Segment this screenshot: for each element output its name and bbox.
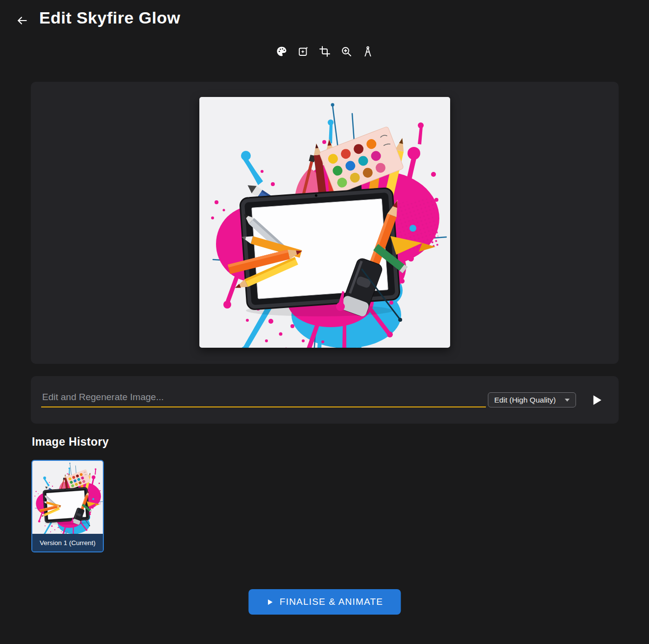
- palette-icon[interactable]: [276, 46, 288, 57]
- back-button[interactable]: [15, 13, 29, 28]
- arrow-left-icon: [16, 14, 28, 27]
- quality-mode-value: Edit (High Quality): [494, 396, 556, 405]
- quality-mode-select[interactable]: Edit (High Quality): [488, 392, 576, 407]
- prompt-panel: Edit (High Quality): [31, 376, 619, 424]
- play-icon: [590, 394, 603, 406]
- finalise-animate-button[interactable]: FINALISE & ANIMATE: [248, 589, 401, 615]
- image-enhance-icon[interactable]: [297, 46, 309, 57]
- zoom-in-icon[interactable]: [340, 46, 352, 57]
- edit-toolbar: [0, 46, 649, 57]
- run-edit-button[interactable]: [589, 393, 604, 407]
- chevron-down-icon: [565, 399, 570, 402]
- history-item-version-1[interactable]: Version 1 (Current): [31, 460, 104, 552]
- history-item-label: Version 1 (Current): [32, 534, 103, 551]
- finalise-animate-label: FINALISE & ANIMATE: [280, 596, 383, 607]
- image-history-title: Image History: [32, 435, 109, 449]
- edit-prompt-input[interactable]: [41, 388, 486, 407]
- page-title: Edit Skyfire Glow: [39, 8, 180, 27]
- history-thumbnail: [32, 461, 103, 534]
- compass-icon[interactable]: [362, 46, 374, 57]
- play-icon: [266, 598, 273, 606]
- image-preview-panel: [31, 82, 619, 364]
- current-image: [199, 97, 450, 348]
- crop-icon[interactable]: [319, 46, 331, 57]
